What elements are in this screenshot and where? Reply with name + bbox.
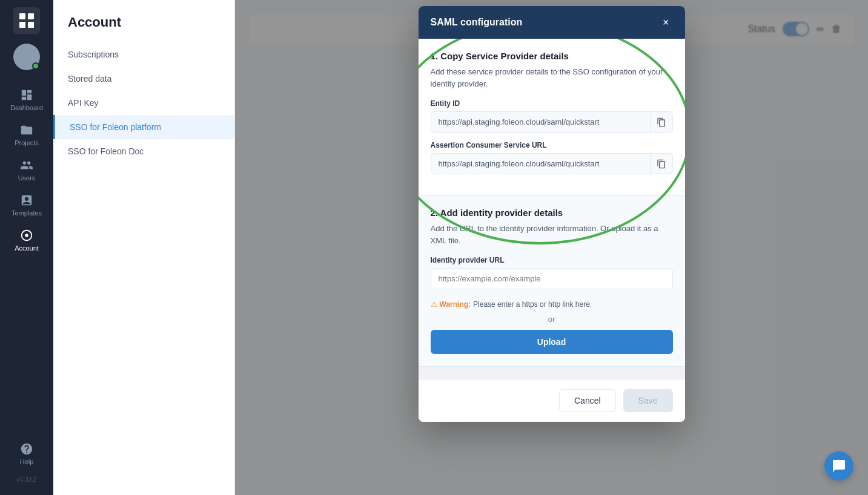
sidebar: Dashboard Projects Users Templates Accou… bbox=[0, 0, 53, 495]
modal-body: 1. Copy Service Provider details Add the… bbox=[419, 39, 685, 379]
sidebar-item-help[interactable]: Help bbox=[0, 436, 53, 471]
warning-text: Please enter a https or http link here. bbox=[473, 300, 592, 309]
content-area: Status ✏ 🗑 SAML configuration × 1. Copy … bbox=[235, 0, 868, 495]
save-button[interactable]: Save bbox=[623, 389, 673, 412]
app-logo[interactable] bbox=[13, 7, 40, 34]
modal-title: SAML configuration bbox=[431, 17, 523, 28]
entity-id-field: Entity ID bbox=[431, 99, 673, 133]
nav-item-api-key[interactable]: API Key bbox=[53, 91, 234, 115]
warning-icon: ⚠ bbox=[431, 300, 437, 309]
idp-url-field: Identity provider URL bbox=[431, 256, 673, 292]
or-divider: or bbox=[431, 315, 673, 324]
modal-overlay[interactable]: SAML configuration × 1. Copy Service Pro… bbox=[235, 0, 868, 495]
acs-url-copy-button[interactable] bbox=[650, 154, 672, 174]
sidebar-item-label: Help bbox=[20, 458, 34, 465]
nav-item-stored-data[interactable]: Stored data bbox=[53, 67, 234, 91]
sidebar-item-users[interactable]: Users bbox=[0, 152, 53, 188]
sidebar-item-account[interactable]: Account bbox=[0, 223, 53, 258]
svg-rect-3 bbox=[28, 22, 34, 28]
section-2-title: 2. Add identity provider details bbox=[431, 208, 673, 218]
section-1-title: 1. Copy Service Provider details bbox=[431, 51, 673, 61]
sidebar-item-templates[interactable]: Templates bbox=[0, 188, 53, 223]
sidebar-item-dashboard[interactable]: Dashboard bbox=[0, 82, 53, 117]
upload-button[interactable]: Upload bbox=[431, 330, 673, 354]
sidebar-item-projects[interactable]: Projects bbox=[0, 117, 53, 152]
sidebar-item-label: Account bbox=[15, 244, 39, 252]
modal-header: SAML configuration × bbox=[419, 6, 685, 39]
nav-item-subscriptions[interactable]: Subscriptions bbox=[53, 42, 234, 67]
entity-id-input-group bbox=[431, 111, 673, 133]
nav-item-sso-platform[interactable]: SSO for Foleon platform bbox=[53, 115, 234, 139]
section-2: 2. Add identity provider details Add the… bbox=[419, 195, 685, 367]
svg-point-4 bbox=[25, 234, 28, 237]
modal-close-button[interactable]: × bbox=[659, 16, 673, 29]
sidebar-item-label: Templates bbox=[12, 209, 42, 217]
svg-rect-0 bbox=[19, 13, 25, 19]
entity-id-copy-button[interactable] bbox=[650, 113, 672, 132]
sidebar-item-label: Projects bbox=[15, 139, 39, 146]
nav-panel-title: Account bbox=[53, 0, 234, 42]
sidebar-item-label: Dashboard bbox=[10, 104, 43, 111]
modal-section-divider bbox=[419, 367, 685, 379]
nav-item-sso-doc[interactable]: SSO for Foleon Doc bbox=[53, 139, 234, 163]
section-1-desc: Add these service provider details to th… bbox=[431, 66, 673, 90]
section-1: 1. Copy Service Provider details Add the… bbox=[419, 39, 685, 195]
section-2-desc: Add the URL to the identity provider inf… bbox=[431, 223, 673, 246]
nav-panel: Account Subscriptions Stored data API Ke… bbox=[53, 0, 235, 495]
warning-label: Warning: bbox=[440, 300, 471, 309]
avatar[interactable] bbox=[13, 44, 40, 70]
acs-url-field: Assertion Consumer Service URL bbox=[431, 141, 673, 174]
svg-rect-2 bbox=[19, 22, 25, 28]
saml-config-modal: SAML configuration × 1. Copy Service Pro… bbox=[419, 6, 685, 422]
entity-id-label: Entity ID bbox=[431, 99, 673, 108]
app-version: v4.33.2 bbox=[17, 471, 37, 488]
acs-url-input-group bbox=[431, 153, 673, 174]
idp-url-input[interactable] bbox=[431, 268, 673, 289]
cancel-button[interactable]: Cancel bbox=[559, 389, 616, 412]
online-indicator bbox=[32, 62, 39, 70]
sidebar-item-label: Users bbox=[18, 174, 36, 182]
idp-url-label: Identity provider URL bbox=[431, 256, 673, 264]
svg-rect-1 bbox=[28, 13, 34, 19]
chat-button[interactable] bbox=[824, 451, 853, 480]
warning-message: ⚠ Warning: Please enter a https or http … bbox=[431, 300, 673, 309]
entity-id-input[interactable] bbox=[431, 112, 650, 132]
acs-url-input[interactable] bbox=[431, 154, 650, 174]
modal-footer: Cancel Save bbox=[419, 379, 685, 422]
acs-url-label: Assertion Consumer Service URL bbox=[431, 141, 673, 149]
